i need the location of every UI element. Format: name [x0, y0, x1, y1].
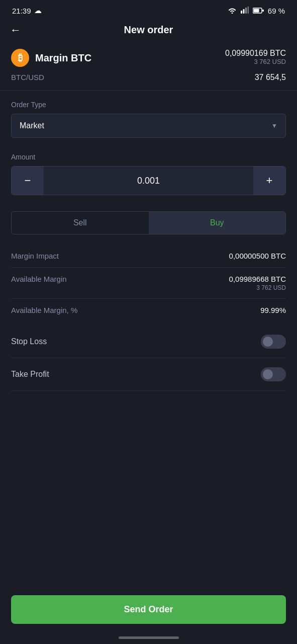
svg-rect-2 [245, 8, 247, 14]
toggle-section: Stop Loss Take Profit [0, 326, 297, 391]
btc-icon: ₿ [11, 49, 29, 67]
asset-info-section: ₿ Margin BTC 0,09990169 BTC 3 762 USD [0, 44, 297, 71]
current-price: 37 654,5 [255, 73, 286, 82]
available-margin-value: 0,09989668 BTC 3 762 USD [229, 275, 286, 291]
sell-button[interactable]: Sell [12, 212, 149, 234]
battery-percentage: 69 % [268, 7, 285, 15]
sell-buy-toggle: Sell Buy [11, 211, 286, 234]
back-button[interactable]: ← [10, 24, 21, 37]
svg-rect-1 [243, 9, 244, 14]
time-display: 21:39 [12, 7, 31, 15]
asset-name: Margin BTC [35, 52, 91, 64]
order-type-label: Order Type [11, 101, 286, 109]
amount-value: 0.001 [44, 176, 253, 186]
available-margin-label: Available Margin [11, 275, 67, 283]
buy-button[interactable]: Buy [149, 212, 286, 234]
margin-impact-row: Margin Impact 0,00000500 BTC [11, 245, 286, 268]
signal-icon [241, 7, 249, 15]
stop-loss-row: Stop Loss [11, 326, 286, 358]
status-bar: 21:39 ☁ 69 % [0, 0, 297, 19]
margin-impact-btc: 0,00000500 BTC [229, 252, 286, 260]
take-profit-thumb [263, 369, 273, 379]
available-margin-pct-value: 99.99% [260, 306, 286, 314]
stop-loss-toggle[interactable] [261, 335, 286, 349]
status-icons-area: 69 % [228, 7, 285, 15]
amount-control: − 0.001 + [11, 166, 286, 195]
page-title: New order [124, 24, 173, 36]
home-indicator [119, 636, 179, 639]
available-margin-pct-label: Available Margin, % [11, 306, 77, 314]
asset-balance: 0,09990169 BTC 3 762 USD [225, 49, 286, 65]
order-type-dropdown[interactable]: Market ▼ [11, 114, 286, 138]
stop-loss-thumb [263, 337, 273, 347]
svg-rect-6 [262, 10, 264, 12]
margin-impact-value: 0,00000500 BTC [229, 252, 286, 260]
status-time-area: 21:39 ☁ [12, 6, 42, 15]
asset-identity: ₿ Margin BTC [11, 49, 91, 67]
metrics-section: Margin Impact 0,00000500 BTC Available M… [0, 245, 297, 321]
svg-rect-3 [247, 7, 249, 14]
send-order-container: Send Order [0, 595, 297, 624]
available-margin-usd: 3 762 USD [229, 284, 286, 291]
asset-usd-amount: 3 762 USD [225, 58, 286, 65]
battery-icon [253, 7, 264, 15]
amount-label: Amount [11, 153, 286, 161]
asset-btc-amount: 0,09990169 BTC [225, 49, 286, 58]
margin-impact-label: Margin Impact [11, 252, 59, 260]
decrement-button[interactable]: − [12, 167, 44, 195]
trading-pair: BTC/USD [11, 73, 44, 82]
page-header: ← New order [0, 19, 297, 44]
available-margin-pct: 99.99% [260, 306, 286, 314]
wifi-icon [228, 7, 237, 15]
take-profit-toggle[interactable] [261, 367, 286, 381]
cloud-icon: ☁ [34, 6, 42, 15]
increment-button[interactable]: + [253, 167, 285, 195]
order-type-section: Order Type Market ▼ [0, 91, 297, 153]
available-margin-pct-row: Available Margin, % 99.99% [11, 299, 286, 321]
order-type-value: Market [20, 121, 44, 130]
available-margin-btc: 0,09989668 BTC [229, 275, 286, 283]
available-margin-row: Available Margin 0,09989668 BTC 3 762 US… [11, 268, 286, 299]
take-profit-row: Take Profit [11, 358, 286, 391]
svg-rect-5 [253, 9, 259, 12]
dropdown-arrow-icon: ▼ [271, 122, 277, 129]
amount-section: Amount − 0.001 + [0, 153, 297, 203]
pair-price-row: BTC/USD 37 654,5 [0, 71, 297, 90]
stop-loss-label: Stop Loss [11, 337, 47, 346]
svg-rect-0 [241, 11, 242, 14]
take-profit-label: Take Profit [11, 370, 49, 379]
send-order-button[interactable]: Send Order [11, 595, 286, 624]
